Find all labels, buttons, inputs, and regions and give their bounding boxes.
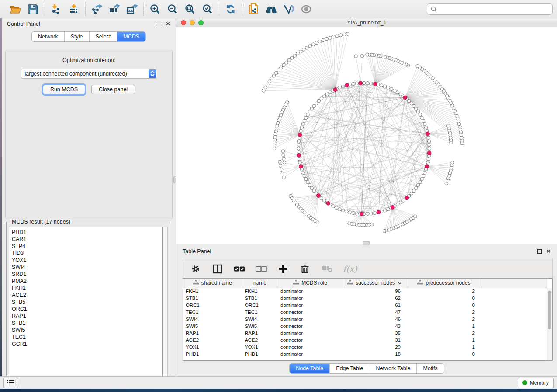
result-node-item[interactable]: SWI4	[12, 264, 162, 271]
tab-edge-table[interactable]: Edge Table	[330, 364, 370, 373]
hide-vision-button[interactable]	[283, 3, 294, 15]
table-row[interactable]: SWI4SWI4dominator462	[183, 316, 547, 323]
table-row[interactable]: SWI5SWI5connector431	[183, 323, 547, 330]
tab-select[interactable]: Select	[90, 32, 118, 41]
result-node-item[interactable]: ORC1	[12, 306, 162, 313]
table-row[interactable]: ACE2ACE2connector311	[183, 337, 547, 344]
horizontal-splitter-grip[interactable]	[363, 241, 370, 245]
close-panel-icon[interactable]: ✕	[166, 22, 170, 26]
table-row[interactable]: PHD1PHD1dominator180	[183, 351, 547, 358]
result-node-item[interactable]: PMA2	[12, 278, 162, 285]
save-session-button[interactable]	[28, 3, 39, 15]
global-search	[427, 3, 553, 15]
tab-node-table[interactable]: Node Table	[290, 364, 330, 373]
table-row[interactable]: YOX1YOX1connector291	[183, 344, 547, 351]
zoom-out-button[interactable]	[167, 3, 178, 15]
eye-icon	[301, 5, 312, 14]
result-node-item[interactable]: SRD1	[12, 271, 162, 278]
result-node-item[interactable]: STB1	[12, 320, 162, 327]
task-history-button[interactable]	[3, 378, 18, 388]
cell-name: PHD1	[242, 351, 278, 358]
result-node-item[interactable]: TID3	[12, 250, 162, 257]
zoom-fit-button[interactable]	[184, 3, 196, 15]
export-network-button[interactable]	[91, 3, 103, 15]
tab-network-table[interactable]: Network Table	[370, 364, 417, 373]
export-table-icon	[109, 4, 120, 14]
delete-table-button[interactable]	[321, 263, 332, 275]
refresh-layout-button[interactable]	[225, 3, 236, 15]
result-scrollbar[interactable]	[163, 227, 168, 382]
column-header-name[interactable]: name	[242, 279, 278, 288]
cell-successors: 46	[343, 316, 407, 323]
zoom-selected-button[interactable]	[202, 3, 213, 15]
column-header-successor-nodes[interactable]: successor nodes	[343, 279, 407, 288]
result-node-item[interactable]: CAR1	[12, 236, 162, 243]
eye-button[interactable]	[301, 3, 312, 15]
search-input[interactable]	[439, 6, 549, 12]
export-table-button[interactable]	[109, 3, 120, 15]
tab-motifs[interactable]: Motifs	[417, 364, 443, 373]
cell-name: SWI5	[242, 323, 278, 330]
cell-predecessors: 2	[407, 309, 481, 316]
export-image-button[interactable]	[126, 3, 138, 15]
table-row[interactable]: ORC1ORC1dominator610	[183, 302, 547, 309]
float-table-panel-icon[interactable]	[537, 249, 542, 254]
add-column-button[interactable]	[277, 263, 289, 275]
gear-button[interactable]	[190, 263, 201, 275]
tree-icon	[347, 280, 353, 286]
tab-style[interactable]: Style	[65, 32, 90, 41]
result-node-item[interactable]: STP4	[12, 243, 162, 250]
criterion-select[interactable]: largest connected component (undirected)	[21, 69, 157, 79]
cell-predecessors: 1	[407, 337, 481, 344]
float-panel-icon[interactable]	[157, 22, 161, 26]
columns-button[interactable]	[212, 263, 223, 275]
open-file-button[interactable]	[10, 3, 21, 15]
table-row[interactable]: FKH1FKH1dominator962	[183, 288, 547, 295]
result-node-item[interactable]: STB5	[12, 299, 162, 306]
result-node-item[interactable]: TEC1	[12, 334, 162, 340]
delete-icon	[301, 264, 309, 274]
share-document-button[interactable]	[248, 3, 259, 15]
network-canvas[interactable]	[176, 27, 557, 244]
result-node-item[interactable]: GCR1	[12, 340, 162, 347]
binoculars-button[interactable]	[266, 3, 277, 15]
select-all-button[interactable]	[234, 263, 245, 275]
cell-role: dominator	[278, 351, 343, 358]
cell-successors: 31	[343, 337, 407, 344]
column-header-predecessor-nodes[interactable]: predecessor nodes	[407, 279, 481, 288]
close-panel-button[interactable]: Close panel	[91, 85, 135, 94]
cell-shared_name: ACE2	[183, 337, 242, 344]
result-node-item[interactable]: YOX1	[12, 257, 162, 264]
result-node-item[interactable]: SWI5	[12, 327, 162, 334]
network-titlebar: YPA_prune.txt_1	[176, 18, 557, 27]
import-network-button[interactable]	[51, 3, 62, 15]
column-header-shared-name[interactable]: shared name	[183, 279, 242, 288]
mcds-result-list[interactable]: PHD1CAR1STP4TID3YOX1SWI4SRD1PMA2FKH1ACE2…	[9, 227, 163, 382]
result-node-item[interactable]: RAP1	[12, 313, 162, 320]
column-header-MCDS-role[interactable]: MCDS role	[278, 279, 343, 288]
table-row[interactable]: RAP1RAP1dominator352	[183, 330, 547, 337]
tab-mcds[interactable]: MCDS	[117, 32, 145, 41]
tab-network[interactable]: Network	[32, 32, 65, 41]
deselect-all-button[interactable]	[256, 263, 267, 275]
table-bottom-tabs: Node TableEdge TableNetwork TableMotifs	[176, 363, 557, 374]
memory-button[interactable]: Memory	[518, 378, 554, 388]
run-mcds-button[interactable]: Run MCDS	[43, 85, 85, 94]
table-panel-header: Table Panel ✕	[176, 246, 557, 257]
delete-button[interactable]	[299, 263, 311, 275]
close-table-panel-icon[interactable]: ✕	[546, 249, 551, 254]
save-session-icon	[28, 4, 38, 14]
table-scrollbar[interactable]	[547, 288, 552, 360]
zoom-in-button[interactable]	[149, 3, 161, 15]
export-network-icon	[91, 4, 103, 14]
table-row[interactable]: TEC1TEC1connector472	[183, 309, 547, 316]
table-row[interactable]: STB1STB1dominator620	[183, 295, 547, 302]
table-scrollbar-thumb[interactable]	[548, 291, 551, 329]
result-node-item[interactable]: PHD1	[12, 229, 162, 236]
function-builder-button[interactable]: f(x)	[343, 263, 357, 275]
result-node-item[interactable]: ACE2	[12, 292, 162, 299]
import-table-button[interactable]	[68, 3, 80, 15]
result-node-item[interactable]: FKH1	[12, 285, 162, 292]
cell-role: dominator	[278, 295, 343, 302]
cell-successors: 18	[343, 351, 407, 358]
